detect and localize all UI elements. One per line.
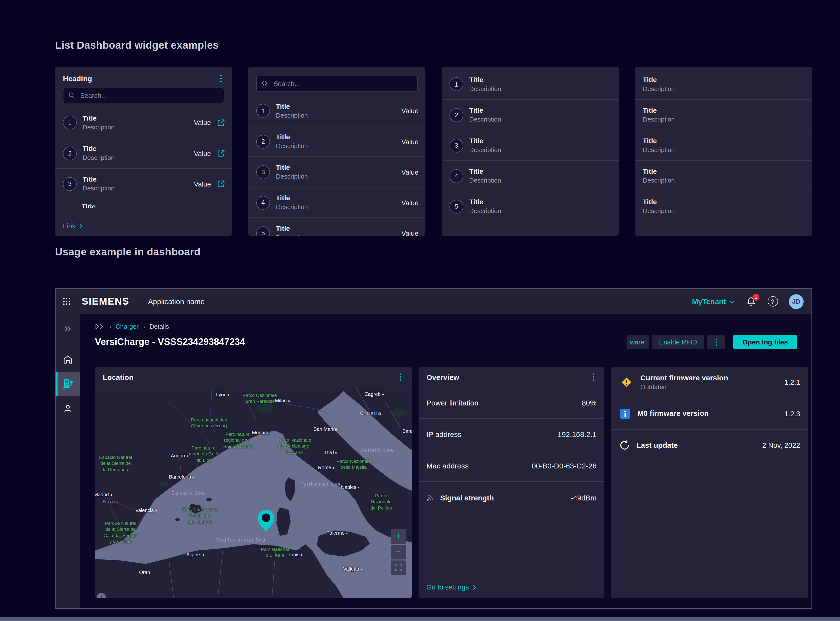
item-title: Title xyxy=(643,167,805,176)
kebab-menu-icon[interactable] xyxy=(396,373,405,382)
item-description: Description xyxy=(276,172,396,181)
external-link-icon[interactable] xyxy=(217,180,225,188)
kebab-menu-icon[interactable] xyxy=(216,74,225,83)
list-item[interactable]: 1TitleDescriptionValue xyxy=(55,107,232,138)
item-title: Title xyxy=(83,114,188,123)
item-title: Title xyxy=(643,106,805,115)
notifications-button[interactable]: 1 xyxy=(746,296,756,307)
item-title: Title xyxy=(276,194,396,203)
item-title: Title xyxy=(469,198,612,207)
list-item[interactable]: 4TitleDescriptionValue xyxy=(248,187,425,218)
application-name: Application name xyxy=(148,297,205,306)
item-number-badge: 4 xyxy=(450,169,463,183)
item-number-badge: 1 xyxy=(450,77,463,91)
item-description: Description xyxy=(643,207,805,215)
item-number-badge: 1 xyxy=(256,104,270,118)
external-link-icon[interactable] xyxy=(217,149,225,158)
list-item[interactable]: 4TitleDescription xyxy=(442,161,619,191)
sidebar-expand-button[interactable] xyxy=(56,318,80,339)
firmware-row: M0 firmware version1.2.3 xyxy=(611,398,808,430)
firmware-row-label: Current firmware version xyxy=(640,373,778,383)
item-title: Title xyxy=(469,106,612,115)
list-item[interactable]: 2TitleDescription xyxy=(442,99,619,130)
user-avatar[interactable]: JD xyxy=(789,294,804,309)
item-title: Title xyxy=(469,167,612,176)
map-zoom-in-button[interactable]: + xyxy=(391,529,406,544)
kebab-menu-icon[interactable] xyxy=(589,373,598,382)
item-number-badge: 4 xyxy=(256,195,270,209)
enable-rfid-button[interactable]: Enable RFID xyxy=(652,335,704,349)
item-description: Description xyxy=(469,84,612,93)
search-icon xyxy=(261,80,269,87)
list-item[interactable]: TitleDescription xyxy=(635,69,812,99)
fullscreen-icon xyxy=(395,564,402,571)
overview-row-value: -49dBm xyxy=(571,493,597,502)
list-item[interactable]: 3TitleDescription xyxy=(442,130,619,161)
item-title: Title xyxy=(276,224,396,233)
overview-row: Mac address00-B0-D0-63-C2-26 xyxy=(418,450,604,482)
refresh-icon xyxy=(619,440,630,451)
item-title: Title xyxy=(83,144,188,154)
chevron-right-icon xyxy=(472,584,477,590)
list-item[interactable]: 1TitleDescription xyxy=(442,69,619,99)
list-item[interactable]: 2TitleDescriptionValue xyxy=(55,138,232,168)
firmware-card: Current firmware versionOutdated1.2.1M0 … xyxy=(611,367,808,598)
overview-row-label: IP address xyxy=(426,430,553,438)
chevron-down-icon xyxy=(729,300,735,303)
item-description: Description xyxy=(83,184,188,192)
signal-strength-icon xyxy=(426,494,435,501)
update-firmware-button-truncated[interactable]: ware xyxy=(627,335,649,349)
list-item[interactable]: 1TitleDescriptionValue xyxy=(248,95,425,126)
list-item[interactable]: 5TitleDescriptionValue xyxy=(248,218,425,236)
search-input[interactable] xyxy=(272,79,412,88)
help-button[interactable]: ? xyxy=(767,296,778,307)
firmware-row: Current firmware versionOutdated1.2.1 xyxy=(611,367,808,398)
item-description: Description xyxy=(276,233,396,236)
tenant-selector[interactable]: MyTenant xyxy=(692,297,735,306)
map-graphic xyxy=(95,387,412,598)
item-title: Title xyxy=(643,198,805,207)
overview-row-label: Power limitation xyxy=(426,398,577,407)
section-title-usage: Usage example in dashboard xyxy=(55,246,201,258)
item-number-badge: 3 xyxy=(450,138,463,152)
list-item[interactable]: TitleDescription xyxy=(635,99,812,130)
sidebar-item-home[interactable] xyxy=(56,348,80,370)
open-log-files-button[interactable]: Open log files xyxy=(734,335,797,349)
widget-list: TitleDescriptionTitleDescriptionTitleDes… xyxy=(635,67,812,221)
list-item[interactable]: 5TitleDescription xyxy=(442,191,619,221)
list-item[interactable]: 2TitleDescriptionValue xyxy=(248,126,425,156)
item-description: Description xyxy=(469,115,612,124)
card-link[interactable]: Link xyxy=(63,222,83,230)
item-number-badge: 3 xyxy=(63,177,77,191)
widget-list: 1TitleDescription2TitleDescription3Title… xyxy=(442,67,619,221)
go-to-settings-link[interactable]: Go to settings xyxy=(426,583,477,591)
list-item[interactable]: TitleDescription xyxy=(635,130,812,161)
sidebar-item-users[interactable] xyxy=(56,398,80,419)
list-item[interactable]: TitleDescription xyxy=(635,191,812,221)
item-number-badge: 3 xyxy=(256,165,270,179)
map-fullscreen-button[interactable] xyxy=(391,560,406,575)
list-item[interactable]: TitleDescription xyxy=(635,161,812,191)
item-title: Title xyxy=(643,136,805,146)
item-value: Value xyxy=(401,168,418,176)
firmware-row-value: 1.2.3 xyxy=(784,410,801,418)
search-input[interactable] xyxy=(79,91,219,100)
sidebar-item-chargers[interactable] xyxy=(56,372,80,395)
item-description: Description xyxy=(469,145,612,154)
app-header: SIEMENS Application name MyTenant 1 ? xyxy=(56,289,811,314)
app-switcher-icon[interactable] xyxy=(62,297,71,306)
overview-card: Overview Power limitation80%IP address19… xyxy=(418,367,604,598)
warning-icon xyxy=(619,375,634,389)
breadcrumb-charger[interactable]: Charger xyxy=(116,323,139,330)
overview-row-label: Mac address xyxy=(426,462,527,470)
more-actions-button[interactable] xyxy=(707,335,726,349)
external-link-icon[interactable] xyxy=(217,118,225,127)
item-description: Description xyxy=(643,176,805,185)
breadcrumb-separator: › xyxy=(109,323,111,330)
overview-row: IP address192.168.2.1 xyxy=(418,419,604,450)
map[interactable]: LyonMilanZagrebCroatiaSarajevSan MarinoM… xyxy=(95,387,412,598)
list-item[interactable]: 3TitleDescriptionValue xyxy=(55,168,232,199)
list-item[interactable]: 3TitleDescriptionValue xyxy=(248,156,425,187)
map-zoom-out-button[interactable]: − xyxy=(391,545,406,559)
breadcrumb-apps-icon[interactable] xyxy=(95,323,105,330)
